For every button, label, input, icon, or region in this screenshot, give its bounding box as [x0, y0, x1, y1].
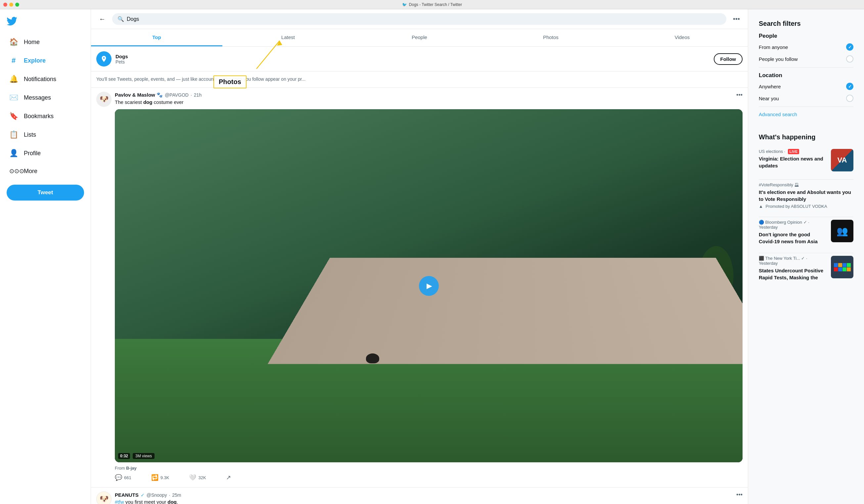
avatar: 🐶 [96, 92, 111, 107]
table-row: 🐶 PEANUTS ✓ @Snoopy · 25m ••• [91, 488, 748, 504]
sidebar-item-label: Explore [24, 57, 46, 64]
sidebar-item-more[interactable]: ⊙⊙⊙ More [3, 164, 88, 179]
more-icon: ⊙⊙⊙ [9, 167, 18, 175]
tab-top[interactable]: Top [91, 29, 223, 46]
anywhere-row: Anywhere [759, 83, 853, 90]
tweet-handle: @Snoopy [147, 492, 167, 498]
tweet-dot: · [191, 92, 192, 98]
sidebar-item-notifications[interactable]: 🔔 Notifications [3, 71, 88, 87]
sidebar-logo [0, 12, 91, 32]
list-item[interactable]: US elections · LIVE Virginia: Election n… [759, 146, 853, 174]
search-input-wrap: 🔍 [112, 13, 726, 25]
happening-headline: States Undercount Positive Rapid Tests, … [759, 267, 827, 281]
happening-meta: 🔵 Bloomberg Opinion ✓ · Yesterday [759, 220, 827, 230]
heart-icon: 🤍 [189, 474, 196, 481]
account-name: Dogs [116, 53, 128, 59]
tweet-text: The scariest dog costume ever [115, 99, 743, 106]
happening-meta: US elections · LIVE [759, 149, 827, 154]
tab-people[interactable]: People [354, 29, 485, 46]
tweet-more-options[interactable]: ••• [736, 491, 743, 499]
path [268, 258, 743, 364]
retweet-action[interactable]: 🔁 9.3K [151, 474, 169, 481]
tab-latest[interactable]: Latest [223, 29, 354, 46]
tweet-text: #tfw you first meet your dog. [115, 499, 743, 504]
close-button[interactable] [3, 3, 7, 7]
video-views: 3M views [133, 453, 155, 459]
near-you-radio[interactable] [846, 95, 853, 102]
promoted-icon: ▲ [759, 204, 763, 209]
sidebar-item-label: Home [24, 39, 40, 46]
search-filters-card: Search filters People From anyone People… [754, 14, 859, 123]
center-wrapper: ← 🔍 ••• Top Latest People P [91, 9, 748, 504]
list-item[interactable]: #VoteResponsibly 🗳 It's election eve and… [759, 180, 853, 212]
happening-text-bloomberg: 🔵 Bloomberg Opinion ✓ · Yesterday Don't … [759, 220, 827, 245]
list-item[interactable]: 🔵 Bloomberg Opinion ✓ · Yesterday Don't … [759, 217, 853, 248]
advanced-search-link[interactable]: Advanced search [759, 111, 797, 117]
tweet-dot: · [169, 492, 170, 498]
tweet-user-info: PEANUTS ✓ @Snoopy · 25m ••• [115, 491, 743, 499]
sidebar-item-label: Notifications [24, 76, 56, 83]
account-sub: Pets [116, 59, 128, 64]
location-pin-icon [100, 55, 108, 62]
back-button[interactable]: ← [96, 13, 108, 25]
live-badge: LIVE [788, 149, 799, 154]
anywhere-radio[interactable] [846, 83, 853, 90]
tweet-more-options[interactable]: ••• [736, 92, 743, 99]
window-controls [3, 3, 19, 7]
minimize-button[interactable] [9, 3, 13, 7]
from-anyone-row: From anyone [759, 43, 853, 51]
tweet-video[interactable]: ▶ 0:32 3M views [115, 109, 743, 462]
people-you-follow-row: People you follow [759, 55, 853, 62]
dogs-account-card: Dogs Pets Follow [91, 47, 748, 71]
tab-videos[interactable]: Videos [616, 29, 748, 46]
search-filters-title: Search filters [759, 20, 853, 27]
from-anyone-radio[interactable] [846, 43, 853, 51]
tweet-time: 21h [194, 92, 202, 98]
happening-thumbnail-nyt [831, 256, 853, 278]
more-options-button[interactable]: ••• [730, 13, 743, 25]
sidebar-item-label: Profile [24, 150, 41, 157]
happening-headline: It's election eve and Absolut wants you … [759, 189, 853, 203]
sidebar-item-lists[interactable]: 📋 Lists [3, 127, 88, 143]
sidebar-item-messages[interactable]: ✉️ Messages [3, 89, 88, 106]
happening-meta: #VoteResponsibly 🗳 [759, 182, 853, 187]
tweet-time: 25m [172, 492, 181, 498]
twitter-favicon: 🐦 [402, 2, 407, 7]
follow-button[interactable]: Follow [714, 53, 743, 65]
reply-action[interactable]: 💬 661 [115, 474, 131, 481]
like-action[interactable]: 🤍 32K [189, 474, 206, 481]
sidebar-item-explore[interactable]: # Explore [3, 52, 88, 69]
maximize-button[interactable] [15, 3, 19, 7]
share-action[interactable]: ↗ [226, 474, 231, 481]
search-icon: 🔍 [118, 16, 124, 22]
video-duration: 0:32 [118, 453, 130, 459]
people-filter-section: People [759, 33, 853, 39]
people-you-follow-radio[interactable] [846, 55, 853, 62]
happening-thumbnail-va: VA [831, 149, 853, 171]
tweet-button[interactable]: Tweet [7, 185, 84, 201]
anywhere-label: Anywhere [759, 84, 781, 89]
tweet-author-name: Pavlov & Maslow 🐾 [115, 92, 163, 98]
sidebar-item-profile[interactable]: 👤 Profile [3, 145, 88, 161]
tweet-handle: @PAVGOD [165, 92, 189, 98]
list-item[interactable]: ⬛ The New York Ti... ✓ · Yesterday State… [759, 253, 853, 284]
like-count: 32K [198, 475, 206, 480]
account-info: Dogs Pets [96, 51, 128, 67]
happening-promo: ▲ Promoted by ABSOLUT VODKA [759, 204, 853, 209]
reply-icon: 💬 [115, 474, 122, 481]
tweet-user-info: Pavlov & Maslow 🐾 @PAVGOD · 21h ••• [115, 92, 743, 99]
bell-icon: 🔔 [9, 75, 18, 83]
retweet-icon: 🔁 [151, 474, 158, 481]
person-icon: 👤 [9, 149, 18, 157]
verified-icon: ✓ [141, 492, 145, 498]
from-label: From B-jay [115, 466, 743, 471]
sidebar-item-label: Messages [24, 94, 51, 101]
tab-photos[interactable]: Photos [485, 29, 616, 46]
sidebar-item-bookmarks[interactable]: 🔖 Bookmarks [3, 108, 88, 124]
play-button-overlay[interactable]: ▶ [419, 276, 439, 296]
sidebar-item-home[interactable]: 🏠 Home [3, 34, 88, 50]
play-icon: ▶ [427, 281, 432, 290]
dog-figure [366, 353, 379, 363]
search-input[interactable] [127, 16, 721, 22]
sidebar-item-label: Bookmarks [24, 113, 53, 120]
